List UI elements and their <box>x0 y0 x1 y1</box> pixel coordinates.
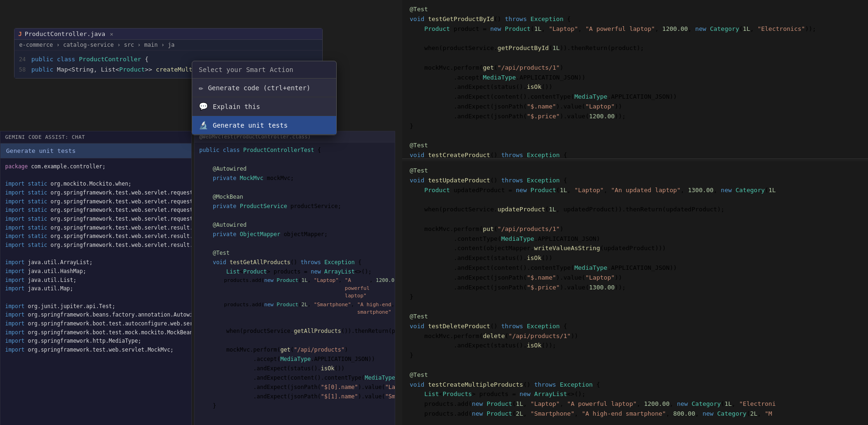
generate-code-icon: ✏ <box>199 83 203 92</box>
mid-line: @Autowired <box>195 164 395 173</box>
java-icon: J <box>18 30 22 37</box>
rp-line <box>410 302 861 312</box>
rp-line <box>410 195 861 205</box>
rp-line: @Test <box>410 141 861 151</box>
rp-line: mockMvc.perform(delete("/api/products/1"… <box>410 331 861 341</box>
chat-line: import static org.springframework.test.w… <box>0 197 191 206</box>
right-top-panel: @Test void testGetProductById() throws E… <box>402 0 868 159</box>
rp-line: when(productService.updateProduct(1L, up… <box>410 205 861 215</box>
rp-line: void testUpdateProduct() throws Exceptio… <box>410 176 861 186</box>
rp-line: mockMvc.perform(put("/api/products/1") <box>410 224 861 234</box>
unit-tests-icon: 🔬 <box>199 121 208 130</box>
rp-line: @Test <box>410 370 861 380</box>
rp-line: void testGetProductById() throws Excepti… <box>410 14 861 24</box>
rp-line <box>410 215 861 224</box>
smart-action-header: Select your Smart Action <box>192 61 336 79</box>
chat-line <box>0 250 191 259</box>
chat-panel-header: GEMINI CODE ASSIST: CHAT <box>0 131 191 144</box>
right-bottom-code: @Test void testUpdateProduct() throws Ex… <box>402 161 868 425</box>
chat-line: import static org.springframework.test.w… <box>0 215 191 223</box>
rp-line: .andExpect(status().isOk()) <box>410 253 861 263</box>
chat-line: import org.springframework.boot.test.moc… <box>0 328 191 337</box>
rp-line <box>410 53 861 63</box>
mid-line: public class ProductControllerTest { <box>195 145 395 155</box>
rp-line: } <box>410 351 861 360</box>
smart-action-dropdown: Select your Smart Action ✏ Generate code… <box>192 61 337 135</box>
mid-line: products.add(new Product(1L, "Laptop", "… <box>195 276 395 301</box>
rp-line: .accept(MediaType.APPLICATION_JSON)) <box>410 73 861 83</box>
rp-line: Product updatedProduct = new Product(1L,… <box>410 186 861 195</box>
chat-line: import static org.springframework.test.w… <box>0 188 191 197</box>
rp-line <box>410 131 861 141</box>
explain-this-action[interactable]: 💬 Explain this <box>192 97 336 116</box>
tab-close-button[interactable]: ✕ <box>110 31 113 37</box>
chat-line: import java.util.List; <box>0 276 191 285</box>
explain-icon: 💬 <box>199 102 208 111</box>
chat-line: import static org.mockito.Mockito.when; <box>0 180 191 188</box>
generate-code-label: Generate code (ctrl+enter) <box>208 84 311 92</box>
mid-line: private ObjectMapper objectMapper; <box>195 230 395 239</box>
chat-line: import static org.springframework.test.w… <box>0 232 191 241</box>
mid-line <box>195 155 395 164</box>
mid-line: } <box>195 401 395 411</box>
rp-line: .andExpect(jsonPath("$.name").value("Lap… <box>410 273 861 283</box>
tab-filename[interactable]: ProductController.java <box>25 30 105 37</box>
rp-line <box>410 360 861 370</box>
mid-line: private MockMvc mockMvc; <box>195 173 395 183</box>
unit-tests-label: Generate unit tests <box>213 122 288 129</box>
rp-line <box>410 419 861 425</box>
rp-line: .andExpect(content().contentType(MediaTy… <box>410 92 861 102</box>
rp-line: void testCreateProduct() throws Exceptio… <box>410 151 861 159</box>
chat-line: import java.util.HashMap; <box>0 267 191 276</box>
mid-line: @Autowired <box>195 220 395 230</box>
mid-line: .andExpect(status().isOk()) <box>195 364 395 373</box>
rp-line: void testCreateMultipleProducts() throws… <box>410 380 861 390</box>
chat-prompt: Generate unit tests <box>0 144 191 158</box>
mid-line <box>195 317 395 326</box>
mid-line: private ProductService productService; <box>195 202 395 211</box>
rp-line: products.add(new Product(2L, "Smartphone… <box>410 409 861 419</box>
chat-line: import org.springframework.boot.test.aut… <box>0 319 191 328</box>
chat-line: import java.util.Map; <box>0 284 191 293</box>
right-top-code: @Test void testGetProductById() throws E… <box>402 0 868 159</box>
breadcrumb: e-commerce › catalog-service › src › mai… <box>14 40 322 50</box>
middle-code-area: public class ProductControllerTest { @Au… <box>195 143 395 413</box>
rp-line: } <box>410 122 861 131</box>
mid-line <box>195 183 395 192</box>
mid-line <box>195 211 395 220</box>
rp-line <box>410 34 861 43</box>
rp-line: when(productService.getProductById(1L)).… <box>410 43 861 53</box>
mid-line: @MockBean <box>195 192 395 202</box>
chat-panel: GEMINI CODE ASSIST: CHAT Generate unit t… <box>0 131 192 425</box>
chat-line: import static org.springframework.test.w… <box>0 206 191 215</box>
generate-unit-tests-action[interactable]: 🔬 Generate unit tests <box>192 116 336 135</box>
rp-line: .andExpect(jsonPath("$.name").value("Lap… <box>410 102 861 112</box>
mid-line <box>195 239 395 248</box>
mid-line: .accept(MediaType.APPLICATION_JSON)) <box>195 354 395 364</box>
rp-line: @Test <box>410 5 861 14</box>
chat-line <box>0 293 191 302</box>
mid-line: .andExpect(jsonPath("$[0].name").value("… <box>195 382 395 392</box>
chat-line: import java.util.ArrayList; <box>0 258 191 267</box>
chat-line: import org.springframework.test.web.serv… <box>0 346 191 354</box>
rp-line: .contentType(MediaType.APPLICATION_JSON) <box>410 234 861 244</box>
chat-line: package com.example.controller; <box>0 162 191 171</box>
mid-line: mockMvc.perform(get("/api/products") <box>195 345 395 354</box>
chat-line: import static org.springframework.test.w… <box>0 241 191 250</box>
mid-line: @Test <box>195 248 395 258</box>
rp-line: @Test <box>410 312 861 322</box>
smart-action-placeholder: Select your Smart Action <box>199 66 293 73</box>
chat-line: import org.springframework.http.MediaTyp… <box>0 337 191 346</box>
right-bottom-panel: @Test void testUpdateProduct() throws Ex… <box>402 161 868 425</box>
mid-line: when(productService.getAllProducts()).th… <box>195 326 395 336</box>
mid-line: products.add(new Product(2L, "Smartphone… <box>195 301 395 317</box>
rp-line: .content(objectMapper.writeValueAsString… <box>410 244 861 253</box>
chat-line: import static org.springframework.test.w… <box>0 223 191 232</box>
rp-line: Product product = new Product(1L, "Lapto… <box>410 24 861 34</box>
rp-line: List<Products> products = new ArrayList<… <box>410 389 861 399</box>
explain-label: Explain this <box>213 103 260 110</box>
tab-bar: J ProductController.java ✕ <box>14 29 322 40</box>
generate-code-action[interactable]: ✏ Generate code (ctrl+enter) <box>192 79 336 97</box>
rp-line: void testDeleteProduct() throws Exceptio… <box>410 322 861 331</box>
rp-line: .andExpect(status().isOk()); <box>410 341 861 351</box>
